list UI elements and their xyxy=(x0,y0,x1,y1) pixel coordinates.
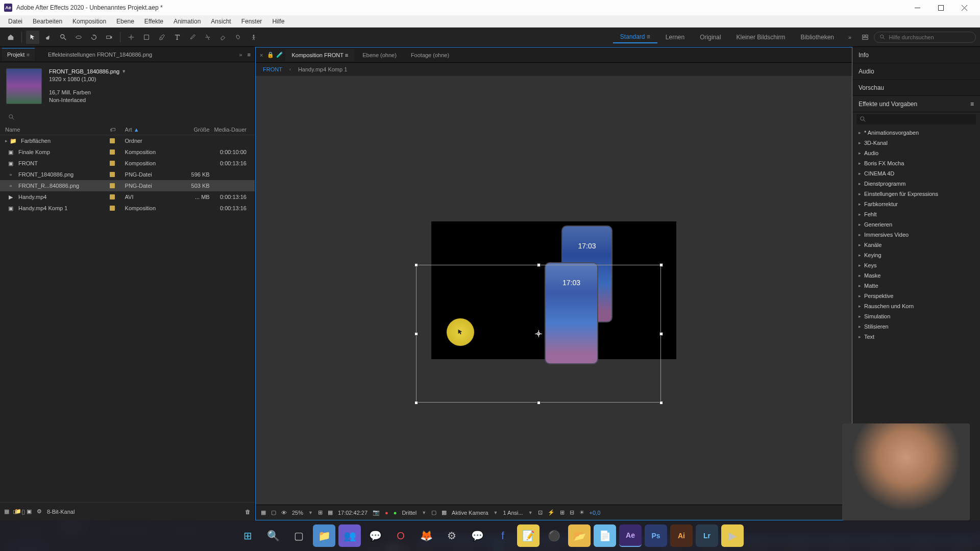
messenger-icon[interactable]: 💬 xyxy=(466,524,488,547)
menu-animation[interactable]: Animation xyxy=(168,16,206,27)
workspace-menu-icon[interactable] xyxy=(859,31,872,44)
transparency-icon[interactable]: ▦ xyxy=(261,509,266,516)
obs-icon[interactable]: ⚫ xyxy=(543,524,565,547)
tab-composition[interactable]: Komposition FRONT ≡ xyxy=(285,49,354,61)
start-button[interactable]: ⊞ xyxy=(236,524,259,547)
menu-datei[interactable]: Datei xyxy=(3,16,28,27)
workspace-kleiner bildschirm[interactable]: Kleiner Bildschirm xyxy=(729,32,793,43)
camera-dropdown[interactable]: Aktive Kamera xyxy=(452,510,488,516)
illustrator-icon[interactable]: Ai xyxy=(670,524,693,547)
rotate-tool[interactable] xyxy=(87,31,101,44)
eraser-tool[interactable] xyxy=(216,31,230,44)
handle-tr[interactable] xyxy=(659,263,663,267)
effect-category[interactable]: ▸Dienstprogramm xyxy=(852,179,980,189)
pen-tool[interactable] xyxy=(155,31,168,44)
panel-info[interactable]: Info xyxy=(852,47,980,63)
effect-category[interactable]: ▸Text xyxy=(852,332,980,342)
effects-search[interactable] xyxy=(856,114,976,124)
menu-ansicht[interactable]: Ansicht xyxy=(206,16,236,27)
timeline-icon[interactable]: ⊞ xyxy=(560,509,565,516)
grid-icon[interactable]: ▦ xyxy=(328,509,333,516)
lightroom-icon[interactable]: Lr xyxy=(696,524,718,547)
settings-icon[interactable]: ⚙ xyxy=(37,508,42,515)
minimize-button[interactable] xyxy=(905,0,929,15)
app-icon-1[interactable]: ⚙ xyxy=(440,524,463,547)
current-timecode[interactable]: 17:02:42:27 xyxy=(338,510,368,516)
effect-category[interactable]: ▸Rauschen und Korn xyxy=(852,301,980,311)
effect-category[interactable]: ▸Farbkorrektur xyxy=(852,199,980,209)
mask-icon[interactable]: ▢ xyxy=(271,509,276,516)
orbit-tool[interactable] xyxy=(72,31,85,44)
maximize-button[interactable] xyxy=(929,0,952,15)
task-view-icon[interactable]: ▢ xyxy=(287,524,310,547)
effect-category[interactable]: ▸Keys xyxy=(852,260,980,270)
workspace-bibliotheken[interactable]: Bibliotheken xyxy=(794,32,841,43)
flask-icon[interactable]: 🧪 xyxy=(276,52,283,58)
flowchart-icon[interactable]: ⊟ xyxy=(570,509,574,516)
channels-icon[interactable]: ● xyxy=(385,510,388,516)
exposure-reset-icon[interactable]: ☀ xyxy=(579,509,584,516)
effect-category[interactable]: ▸3D-Kanal xyxy=(852,138,980,148)
home-tool[interactable] xyxy=(4,31,17,44)
teams-icon[interactable]: 👥 xyxy=(338,524,361,547)
effect-category[interactable]: ▸* Animationsvorgaben xyxy=(852,128,980,138)
shape-tool[interactable] xyxy=(140,31,153,44)
tab-project[interactable]: Projekt≡ xyxy=(2,48,35,61)
close-tab-icon[interactable]: × xyxy=(258,52,265,58)
breadcrumb-handy[interactable]: Handy.mp4 Komp 1 xyxy=(298,66,347,72)
bit-depth[interactable]: 8-Bit-Kanal xyxy=(47,509,75,515)
after-effects-icon[interactable]: Ae xyxy=(619,524,642,547)
handle-bm[interactable] xyxy=(537,401,541,405)
anchor-point-icon[interactable] xyxy=(535,330,542,337)
effect-category[interactable]: ▸Einstellungen für Expressions xyxy=(852,189,980,199)
help-search[interactable] xyxy=(874,32,976,43)
facebook-icon[interactable]: f xyxy=(492,524,514,547)
effect-category[interactable]: ▸Keying xyxy=(852,250,980,260)
transparency-grid-icon[interactable]: ▩ xyxy=(442,509,447,516)
effect-category[interactable]: ▸Boris FX Mocha xyxy=(852,158,980,168)
handle-bl[interactable] xyxy=(414,401,418,405)
effect-category[interactable]: ▸Fehlt xyxy=(852,209,980,219)
effect-category[interactable]: ▸Simulation xyxy=(852,311,980,321)
project-row[interactable]: ▣Finale KompKomposition0:00:10:00 xyxy=(0,146,255,158)
menu-hilfe[interactable]: Hilfe xyxy=(267,16,289,27)
workspace-standard[interactable]: Standard ≡ xyxy=(613,31,657,43)
effect-category[interactable]: ▸Matte xyxy=(852,281,980,291)
resolution-dropdown[interactable]: Drittel xyxy=(402,510,416,516)
effect-category[interactable]: ▸Kanäle xyxy=(852,240,980,250)
tab-footage[interactable]: Footage (ohne) xyxy=(405,49,455,61)
close-button[interactable] xyxy=(952,0,976,15)
camera-tool[interactable] xyxy=(103,31,116,44)
menu-komposition[interactable]: Komposition xyxy=(67,16,111,27)
views-dropdown[interactable]: 1 Ansi... xyxy=(503,510,523,516)
panel-preview[interactable]: Vorschau xyxy=(852,80,980,96)
safe-zones-icon[interactable]: ⊞ xyxy=(318,509,323,516)
roi-icon[interactable]: ▢ xyxy=(431,509,436,516)
exposure-value[interactable]: +0,0 xyxy=(590,510,601,516)
effect-category[interactable]: ▸Stilisieren xyxy=(852,321,980,332)
tab-layer[interactable]: Ebene (ohne) xyxy=(356,49,403,61)
snapshot-icon[interactable]: 📷 xyxy=(373,509,380,516)
roto-tool[interactable] xyxy=(232,31,245,44)
trash-icon[interactable]: 🗑 xyxy=(245,509,251,515)
pixel-aspect-icon[interactable]: ⊡ xyxy=(538,509,543,516)
whatsapp-icon[interactable]: 💬 xyxy=(364,524,386,547)
notepad-icon[interactable]: 📄 xyxy=(594,524,616,547)
handle-br[interactable] xyxy=(659,401,663,405)
project-row[interactable]: ▣FRONTKomposition0:00:13:16 xyxy=(0,158,255,169)
project-row[interactable]: ▶Handy.mp4AVI... MB0:00:13:16 xyxy=(0,191,255,203)
menu-ebene[interactable]: Ebene xyxy=(111,16,139,27)
selection-tool[interactable] xyxy=(26,31,39,44)
effect-category[interactable]: ▸Generieren xyxy=(852,219,980,230)
anchor-tool[interactable] xyxy=(125,31,138,44)
toggle-2-icon[interactable]: ⊡ xyxy=(13,509,17,515)
effect-category[interactable]: ▸Maske xyxy=(852,270,980,281)
handle-ml[interactable] xyxy=(414,332,418,336)
taskbar-search-icon[interactable]: 🔍 xyxy=(262,524,284,547)
composition-viewer[interactable]: 17:03 17:03 xyxy=(256,76,852,505)
opera-icon[interactable]: O xyxy=(389,524,412,547)
project-row[interactable]: ▫FRONT_R...840886.pngPNG-Datei503 KB xyxy=(0,180,255,191)
handle-tm[interactable] xyxy=(537,263,541,267)
effect-category[interactable]: ▸Audio xyxy=(852,148,980,158)
photoshop-icon[interactable]: Ps xyxy=(645,524,667,547)
